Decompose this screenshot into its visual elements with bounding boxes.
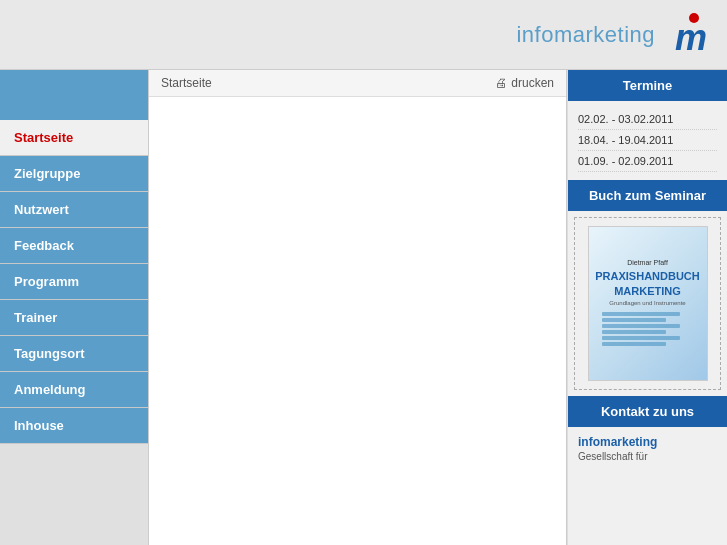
buch-line-1 (602, 312, 680, 316)
termine-item-2: 18.04. - 19.04.2011 (578, 130, 717, 151)
logo-icon: m (659, 11, 707, 59)
buch-author: Dietmar Pfaff (627, 259, 668, 266)
top-bar: infomarketing m (0, 0, 727, 70)
breadcrumb: Startseite (161, 76, 212, 90)
sidebar-item-feedback[interactable]: Feedback (0, 228, 148, 264)
logo-m-letter: m (675, 17, 707, 59)
sidebar-top-blue (0, 70, 148, 120)
kontakt-body: infomarketing Gesellschaft für (568, 427, 727, 470)
buch-subtitle: Grundlagen und Instrumente (609, 300, 685, 306)
content-body (149, 97, 566, 527)
buch-container: Dietmar Pfaff PRAXISHANDBUCH MARKETING G… (574, 217, 721, 390)
sidebar-item-nutzwert[interactable]: Nutzwert (0, 192, 148, 228)
logo-text: infomarketing (516, 22, 655, 48)
breadcrumb-bar: Startseite 🖨 drucken (149, 70, 566, 97)
buch-title-line1: PRAXISHANDBUCH (595, 270, 700, 283)
kontakt-company: infomarketing (578, 435, 717, 449)
buch-line-6 (602, 342, 666, 346)
buch-line-2 (602, 318, 666, 322)
buch-image-inner: Dietmar Pfaff PRAXISHANDBUCH MARKETING G… (589, 227, 707, 380)
kontakt-header: Kontakt zu uns (568, 396, 727, 427)
buch-image: Dietmar Pfaff PRAXISHANDBUCH MARKETING G… (588, 226, 708, 381)
termine-item-3: 01.09. - 02.09.2011 (578, 151, 717, 172)
sidebar-item-tagungsort[interactable]: Tagungsort (0, 336, 148, 372)
printer-icon: 🖨 (495, 76, 507, 90)
sidebar-item-programm[interactable]: Programm (0, 264, 148, 300)
buch-line-3 (602, 324, 680, 328)
buch-lines (602, 312, 694, 348)
buch-title-line2: MARKETING (614, 285, 681, 298)
termine-list: 02.02. - 03.02.2011 18.04. - 19.04.2011 … (568, 101, 727, 180)
kontakt-section: Kontakt zu uns infomarketing Gesellschaf… (568, 396, 727, 470)
sidebar-item-trainer[interactable]: Trainer (0, 300, 148, 336)
logo-area: infomarketing m (516, 11, 707, 59)
termine-item-1: 02.02. - 03.02.2011 (578, 109, 717, 130)
sidebar-item-anmeldung[interactable]: Anmeldung (0, 372, 148, 408)
right-sidebar: Termine 02.02. - 03.02.2011 18.04. - 19.… (567, 70, 727, 545)
print-label: drucken (511, 76, 554, 90)
main-container: Startseite Zielgruppe Nutzwert Feedback … (0, 70, 727, 545)
print-button[interactable]: 🖨 drucken (495, 76, 554, 90)
sidebar-item-zielgruppe[interactable]: Zielgruppe (0, 156, 148, 192)
sidebar-item-inhouse[interactable]: Inhouse (0, 408, 148, 444)
sidebar: Startseite Zielgruppe Nutzwert Feedback … (0, 70, 148, 545)
buch-header: Buch zum Seminar (568, 180, 727, 211)
buch-line-4 (602, 330, 666, 334)
kontakt-desc: Gesellschaft für (578, 451, 717, 462)
sidebar-item-startseite[interactable]: Startseite (0, 120, 148, 156)
content-area: Startseite 🖨 drucken (148, 70, 567, 545)
buch-line-5 (602, 336, 680, 340)
termine-header: Termine (568, 70, 727, 101)
